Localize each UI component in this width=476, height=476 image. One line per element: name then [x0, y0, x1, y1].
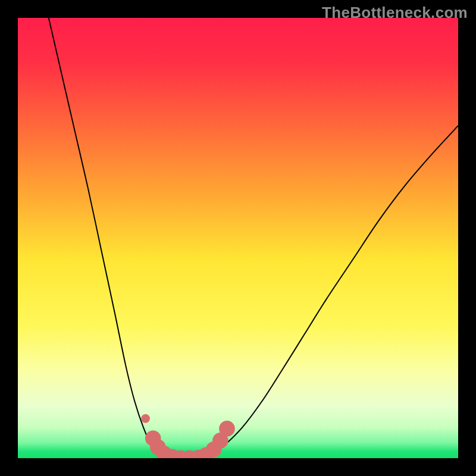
chart-frame: TheBottleneck.com — [0, 0, 476, 476]
plot-surface — [18, 18, 458, 458]
curve-marker — [219, 421, 235, 437]
curve-marker — [141, 414, 150, 423]
gradient-rect — [18, 18, 458, 458]
